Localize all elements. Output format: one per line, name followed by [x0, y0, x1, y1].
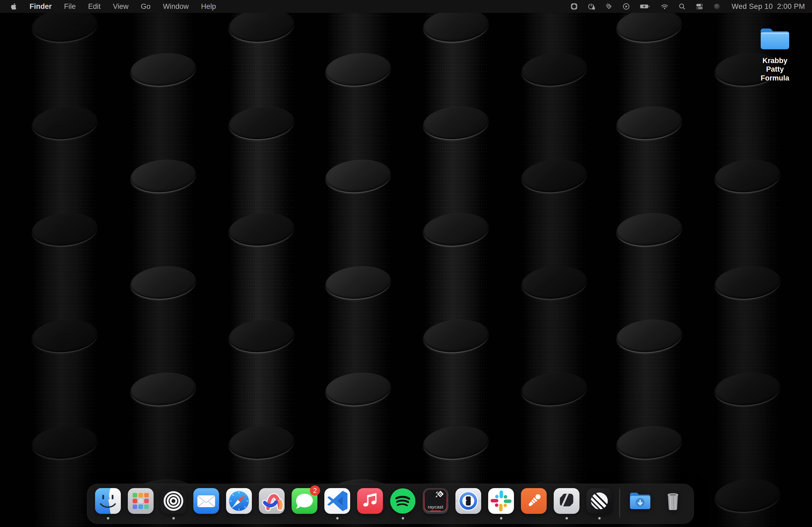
rings-icon — [160, 487, 187, 514]
dock-item-postman[interactable] — [520, 487, 547, 520]
apple-music-app-icon — [357, 487, 383, 514]
running-indicator — [336, 517, 338, 520]
finder-icon — [95, 487, 121, 514]
launchpad-icon — [127, 487, 154, 514]
control-center-icon[interactable] — [695, 2, 704, 11]
control-center-glyph — [695, 2, 704, 11]
running-indicator — [598, 517, 601, 520]
menu-view[interactable]: View — [113, 2, 129, 11]
menu-bar: FinderFileEditViewGoWindowHelp Wed Sep 1… — [0, 0, 812, 13]
trash-icon — [659, 487, 686, 514]
dock-item-trash[interactable] — [659, 487, 686, 520]
spotify-icon — [389, 487, 416, 514]
dock-item-vscode[interactable] — [324, 487, 351, 520]
desktop-folder-krabby-patty-formula[interactable]: Krabby Patty Formula — [753, 25, 796, 82]
play-circle-icon[interactable] — [622, 2, 630, 11]
raycast-app-icon: raycast — [422, 487, 449, 514]
dia-icon — [553, 487, 580, 514]
menu-finder[interactable]: Finder — [30, 2, 52, 11]
dock-item-spotify[interactable] — [389, 487, 416, 520]
dock-item-mail[interactable] — [193, 487, 220, 520]
launchpad-app-icon — [127, 487, 154, 514]
notification-badge: 2 — [310, 485, 320, 496]
blue-folder-icon — [758, 48, 792, 53]
menu-file[interactable]: File — [64, 2, 76, 11]
running-indicator — [566, 517, 568, 520]
dock-item-messages[interactable]: 2 — [291, 487, 318, 520]
folder-icon — [758, 25, 792, 52]
menu-edit[interactable]: Edit — [88, 2, 101, 11]
apple-menu[interactable] — [10, 2, 17, 11]
starburst-glyph — [570, 2, 578, 11]
arc-icon — [258, 487, 285, 514]
mail-icon — [193, 487, 220, 514]
mail-app-icon — [193, 487, 220, 514]
battery-charging-icon[interactable] — [639, 2, 651, 11]
apple-logo-icon — [10, 2, 17, 11]
dock-item-apple-music[interactable] — [357, 487, 383, 520]
arc-browser-app-icon — [258, 487, 285, 514]
menu-bar-menus: FinderFileEditViewGoWindowHelp — [30, 2, 216, 11]
power-lock-icon[interactable] — [587, 2, 596, 11]
running-indicator — [172, 517, 175, 520]
raycast-menubar-icon[interactable] — [605, 2, 613, 11]
wifi-glyph — [660, 2, 669, 11]
menu-bar-clock[interactable]: Wed Sep 10 2:00 PM — [732, 2, 805, 11]
dock-item-raycast[interactable]: raycast — [422, 487, 449, 520]
finder-app-icon — [95, 487, 121, 514]
vscode-icon — [324, 487, 351, 514]
dock-item-dia-browser[interactable] — [553, 487, 580, 520]
running-indicator — [500, 517, 503, 520]
menu-bar-status-area: Wed Sep 10 2:00 PM — [570, 2, 805, 11]
linear-icon — [586, 487, 613, 514]
menu-window[interactable]: Window — [163, 2, 189, 11]
profile-circle-glyph — [713, 2, 721, 11]
dock-item-arc-browser[interactable] — [258, 487, 285, 520]
starburst-icon[interactable] — [570, 2, 578, 11]
dock-item-launchpad[interactable] — [127, 487, 154, 520]
spotify-app-icon — [389, 487, 416, 514]
concentric-rings-app-app-icon — [160, 487, 187, 514]
running-indicator — [107, 517, 109, 520]
dock-item-slack[interactable] — [488, 487, 514, 520]
raycast-icon — [422, 487, 449, 514]
dock-item-linear[interactable] — [586, 487, 613, 520]
downloads-icon — [627, 487, 654, 514]
dia-browser-app-icon — [553, 487, 580, 514]
menu-go[interactable]: Go — [141, 2, 151, 11]
dock-item-downloads-folder[interactable] — [627, 487, 654, 520]
slack-app-icon — [488, 487, 514, 514]
power-lock-glyph — [587, 2, 596, 11]
safari-app-icon — [226, 487, 252, 514]
raycast-wordmark: raycast — [422, 505, 449, 510]
linear-app-icon — [586, 487, 613, 514]
raycast-menubar-glyph — [605, 2, 613, 11]
profile-circle-icon[interactable] — [713, 2, 721, 11]
macos-desktop: { "menubar": { "menus": [ {"label": "Fin… — [0, 0, 812, 527]
postman-icon — [520, 487, 547, 514]
dock-item-finder[interactable] — [95, 487, 121, 520]
postman-app-icon — [520, 487, 547, 514]
dock-item-concentric-rings-app[interactable] — [160, 487, 187, 520]
battery-charging-glyph — [639, 2, 651, 11]
play-circle-glyph — [622, 2, 630, 11]
dock-item-safari[interactable] — [226, 487, 252, 520]
slack-icon — [488, 487, 514, 514]
dock-separator — [620, 488, 620, 517]
menu-help[interactable]: Help — [201, 2, 216, 11]
1password-app-icon — [455, 487, 482, 514]
desktop-folder-label: Krabby Patty Formula — [753, 56, 796, 82]
spotlight-search-glyph — [678, 2, 686, 11]
running-indicator — [402, 517, 404, 520]
vscode-app-icon — [324, 487, 351, 514]
wifi-icon[interactable] — [660, 2, 669, 11]
trash-app-icon — [659, 487, 686, 514]
desktop-wallpaper — [0, 0, 812, 527]
spotlight-search-icon[interactable] — [678, 2, 686, 11]
messages-app-icon: 2 — [291, 487, 318, 514]
music-icon — [357, 487, 383, 514]
safari-icon — [226, 487, 252, 514]
onepassword-icon — [455, 487, 482, 514]
dock-item-1password[interactable] — [455, 487, 482, 520]
downloads-folder-app-icon — [627, 487, 654, 514]
